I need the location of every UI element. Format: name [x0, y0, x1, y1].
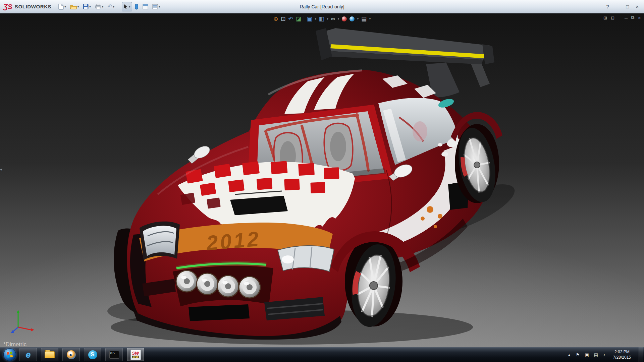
seat-right [324, 123, 353, 171]
network-tray-icon[interactable]: ▤ [594, 352, 598, 357]
undo-icon: ↶ [107, 4, 112, 9]
view-settings-dropdown[interactable]: ▾ [369, 17, 371, 20]
view-orientation-icon[interactable]: ▣ [307, 16, 312, 22]
clock-time: 2:02 PM [613, 349, 631, 355]
taskbar-skype[interactable]: S [84, 348, 101, 361]
taskbar: e ▶ S C:\ SW 2015 ▲ ⚑ ▣ ▤ ♪ 2:02 PM 7/28… [0, 347, 644, 362]
hide-show-items-dropdown[interactable]: ▾ [338, 17, 339, 20]
undo-button[interactable]: ↶ ▾ [106, 2, 116, 11]
hud-separator [304, 16, 304, 21]
window-controls: ? ─ □ × [606, 4, 644, 9]
panel-collapse-arrow[interactable]: ◂ [0, 167, 2, 172]
open-button[interactable]: ▾ [68, 2, 81, 11]
solidworks-app-icon: SW 2015 [130, 350, 141, 360]
file-properties-button[interactable] [141, 2, 150, 11]
options-list-icon [152, 4, 158, 9]
file-properties-icon [143, 4, 148, 9]
license-plate [189, 304, 250, 321]
document-window-controls: ⊞ ⊟ ─ ⧉ × [603, 15, 641, 20]
xpress-capsule-icon [135, 4, 139, 10]
zoom-to-fit-icon[interactable]: ⊕ [273, 16, 278, 22]
internet-explorer-icon: e [26, 350, 31, 360]
headlight-right [278, 246, 334, 272]
clock-date: 7/28/2015 [613, 355, 631, 360]
new-document-icon [58, 4, 64, 10]
save-dropdown[interactable]: ▾ [89, 5, 91, 8]
system-tray: ▲ ⚑ ▣ ▤ ♪ 2:02 PM 7/28/2015 [568, 347, 644, 362]
main-toolbar: ▾ ▾ ▾ ▾ ↶ ▾ ▾ ▾ [57, 0, 162, 13]
apply-scene-dropdown[interactable]: ▾ [357, 17, 359, 20]
doc-cascade-icon[interactable]: ⊟ [611, 15, 614, 20]
toolbar-separator [119, 3, 119, 10]
taskbar-solidworks[interactable]: SW 2015 [127, 348, 144, 361]
skype-icon: S [88, 350, 97, 359]
undo-dropdown[interactable]: ▾ [113, 5, 115, 8]
solidworks-logo: ƷS SOLIDWORKS [0, 3, 57, 10]
show-desktop-button[interactable] [639, 347, 643, 362]
new-document-button[interactable]: ▾ [57, 2, 68, 11]
graphics-area[interactable]: 2012 [0, 13, 644, 347]
options-dropdown[interactable]: ▾ [159, 5, 160, 8]
view-settings-icon[interactable]: ▤ [361, 16, 367, 22]
open-folder-icon [70, 4, 77, 9]
display-style-dropdown[interactable]: ▾ [327, 17, 328, 20]
action-center-icon[interactable]: ⚑ [576, 352, 580, 357]
volume-tray-icon[interactable]: ♪ [603, 352, 605, 357]
taskbar-media-player[interactable]: ▶ [62, 348, 80, 361]
app-titlebar: ƷS SOLIDWORKS ▾ ▾ ▾ ▾ ↶ ▾ ▾ [0, 0, 644, 13]
maximize-button[interactable]: □ [626, 4, 629, 9]
start-button[interactable] [3, 348, 16, 361]
doc-close-icon[interactable]: × [638, 15, 641, 20]
viewport-scene[interactable]: 2012 [0, 13, 644, 347]
solidworks-brand-name: SOLIDWORKS [15, 4, 51, 9]
heads-up-view-toolbar: ⊕ ⊡ ↶ ◪ ▣▾ ◧▾ ∞▾ ▾ ▤▾ [273, 14, 371, 23]
solidworks-logo-icon: ƷS [3, 3, 12, 10]
view-orientation-dropdown[interactable]: ▾ [315, 17, 316, 20]
media-player-icon: ▶ [67, 350, 76, 359]
taskbar-apps: e ▶ S C:\ SW 2015 [19, 348, 144, 361]
save-button[interactable]: ▾ [81, 2, 93, 11]
print-button[interactable]: ▾ [93, 2, 105, 11]
new-document-dropdown[interactable]: ▾ [64, 5, 66, 8]
headlight-left [140, 222, 180, 260]
doc-minimize-icon[interactable]: ─ [625, 15, 628, 20]
display-style-icon[interactable]: ◧ [319, 16, 324, 22]
taskbar-windows-explorer[interactable] [41, 348, 58, 361]
print-dropdown[interactable]: ▾ [102, 5, 104, 8]
solidworks-version-badge: 2015 [132, 356, 139, 358]
taskbar-clock[interactable]: 2:02 PM 7/28/2015 [613, 349, 631, 360]
options-button[interactable]: ▾ [151, 2, 162, 11]
command-prompt-icon: C:\ [109, 351, 119, 359]
select-cursor-icon [123, 4, 128, 9]
edit-appearance-icon[interactable] [342, 16, 347, 21]
windows-flag-icon [7, 352, 13, 358]
taskbar-internet-explorer[interactable]: e [19, 348, 37, 361]
save-floppy-icon [83, 4, 89, 9]
hide-show-items-icon[interactable]: ∞ [331, 16, 335, 22]
printer-icon [95, 4, 101, 9]
help-button[interactable]: ? [606, 4, 609, 9]
zoom-to-area-icon[interactable]: ⊡ [281, 16, 285, 22]
display-tray-icon[interactable]: ▣ [585, 352, 589, 357]
taskbar-command-prompt[interactable]: C:\ [105, 348, 123, 361]
close-button[interactable]: × [636, 4, 639, 9]
previous-view-icon[interactable]: ↶ [288, 16, 293, 22]
xpress-tools-button[interactable] [133, 2, 140, 11]
apply-scene-icon[interactable] [350, 16, 355, 21]
folder-icon [45, 351, 55, 358]
show-hidden-icons-button[interactable]: ▲ [568, 353, 571, 357]
select-tool-dropdown[interactable]: ▾ [129, 5, 130, 8]
doc-tile-icon[interactable]: ⊞ [603, 15, 607, 20]
doc-restore-icon[interactable]: ⧉ [631, 15, 634, 20]
year-decal: 2012 [205, 227, 261, 255]
select-tool-button[interactable]: ▾ [122, 2, 132, 11]
minimize-button[interactable]: ─ [616, 4, 620, 9]
open-dropdown[interactable]: ▾ [77, 5, 79, 8]
section-view-icon[interactable]: ◪ [296, 16, 301, 22]
